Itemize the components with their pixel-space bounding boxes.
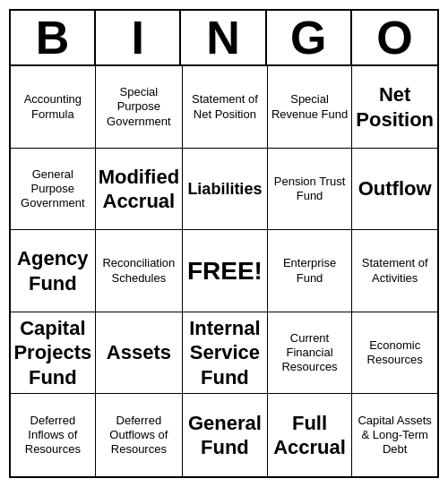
bingo-cell-8: Pension Trust Fund [268,149,353,231]
bingo-cell-2: Statement of Net Position [183,66,268,149]
header-letter-i: I [96,11,181,64]
bingo-cell-9: Outflow [352,149,437,231]
bingo-cell-21: Deferred Outflows of Resources [96,394,183,476]
bingo-cell-7: Liabilities [183,149,268,231]
bingo-cell-0: Accounting Formula [11,66,96,149]
bingo-cell-1: Special Purpose Government [96,66,183,149]
bingo-cell-24: Capital Assets & Long-Term Debt [352,394,437,476]
bingo-cell-16: Assets [96,312,183,395]
header-letter-g: G [267,11,352,64]
bingo-cell-11: Reconciliation Schedules [96,230,183,312]
bingo-card: BINGO Accounting FormulaSpecial Purpose … [9,9,439,478]
bingo-cell-19: Economic Resources [352,312,437,395]
bingo-cell-4: Net Position [352,66,437,149]
bingo-cell-17: Internal Service Fund [183,312,268,395]
header-letter-b: B [11,11,96,64]
bingo-cell-6: Modified Accrual [96,149,183,231]
bingo-cell-15: Capital Projects Fund [11,312,96,395]
header-letter-o: O [352,11,437,64]
bingo-header: BINGO [11,11,437,66]
bingo-cell-13: Enterprise Fund [268,230,353,312]
bingo-cell-10: Agency Fund [11,230,96,312]
bingo-cell-23: Full Accrual [268,394,353,476]
bingo-cell-22: General Fund [183,394,268,476]
bingo-cell-18: Current Financial Resources [268,312,353,395]
bingo-cell-5: General Purpose Government [11,149,96,231]
bingo-cell-14: Statement of Activities [352,230,437,312]
header-letter-n: N [181,11,266,64]
bingo-cell-3: Special Revenue Fund [268,66,353,149]
bingo-grid: Accounting FormulaSpecial Purpose Govern… [11,66,437,476]
bingo-cell-20: Deferred Inflows of Resources [11,394,96,476]
bingo-cell-12: FREE! [183,230,268,312]
